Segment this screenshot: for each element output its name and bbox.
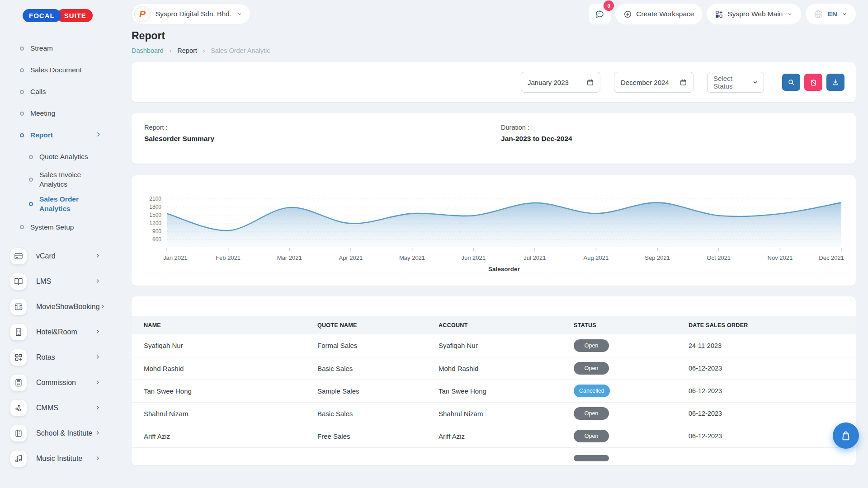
sidebar-item-lms[interactable]: LMS — [0, 269, 118, 294]
credit-card-icon — [10, 248, 27, 264]
report-value: Salesorder Summary — [144, 135, 843, 143]
report-label: Report : — [144, 124, 843, 131]
shopping-bag-icon — [840, 430, 852, 441]
table-row: Syafiqah Nur Formal Sales Syafiqah Nur O… — [132, 334, 856, 357]
chevron-right-icon — [95, 252, 100, 260]
workspace-selector[interactable]: P Syspro Digital Sdn. Bhd. — [132, 4, 250, 24]
svg-text:Dec 2021: Dec 2021 — [819, 254, 844, 261]
sidebar-item-sales-invoice-analytics[interactable]: Sales Invoice Analytics — [0, 168, 118, 192]
chevron-down-icon — [787, 11, 793, 17]
col-date-sales-order: DATE SALES ORDER — [689, 316, 856, 334]
report-summary-card: Report : Salesorder Summary Duration : J… — [132, 113, 856, 164]
duration-summary: Duration : Jan-2023 to Dec-2024 — [501, 124, 572, 143]
ring-icon — [20, 112, 24, 116]
sidebar-nav: Stream Sales Document Calls Meeting Repo… — [0, 38, 118, 238]
ring-icon — [29, 178, 33, 182]
svg-text:May 2021: May 2021 — [399, 254, 425, 261]
duration-label: Duration : — [501, 124, 572, 131]
status-select[interactable]: Select Status — [707, 72, 764, 93]
svg-text:2100: 2100 — [149, 196, 161, 202]
svg-text:Oct 2021: Oct 2021 — [707, 254, 731, 261]
table-header-row: NAME QUOTE NAME ACCOUNT STATUS DATE SALE… — [132, 316, 856, 334]
status-badge: Open — [574, 362, 609, 375]
logo-focal: FOCAL — [23, 9, 61, 22]
table-row: Tan Swee Hong Sample Sales Tan Swee Hong… — [132, 380, 856, 402]
chevron-down-icon — [752, 79, 759, 86]
status-badge: Cancelled — [574, 385, 610, 397]
language-selector[interactable]: EN — [806, 4, 856, 24]
status-badge — [574, 455, 609, 461]
sidebar-item-meeting[interactable]: Meeting — [0, 103, 118, 124]
search-button[interactable] — [782, 74, 800, 91]
main-content: P Syspro Digital Sdn. Bhd. 0 Create Work… — [118, 0, 868, 488]
chevron-down-icon — [236, 11, 243, 17]
cart-fab-button[interactable] — [833, 422, 859, 449]
table-row: Shahrul Nizam Basic Sales Shahrul Nizam … — [132, 402, 856, 425]
app-switcher-button[interactable]: Syspro Web Main — [707, 4, 801, 24]
sidebar-item-stream[interactable]: Stream — [0, 38, 118, 59]
svg-text:1200: 1200 — [149, 220, 161, 226]
logo-suite: SUITE — [57, 9, 93, 22]
sidebar-item-commission[interactable]: Commission — [0, 370, 118, 395]
plus-circle-icon — [623, 10, 632, 19]
sidebar-item-sales-order-analytics[interactable]: Sales Order Analytics — [0, 192, 118, 216]
sidebar-item-music-institute[interactable]: Music Institute — [0, 446, 118, 471]
workspace-name: Syspro Digital Sdn. Bhd. — [156, 10, 231, 18]
circles-icon — [10, 400, 27, 416]
download-icon — [831, 78, 840, 86]
svg-text:1500: 1500 — [149, 212, 161, 218]
calendar-icon — [586, 79, 594, 86]
report-summary: Report : Salesorder Summary — [144, 124, 843, 143]
sidebar-item-vcard[interactable]: vCard — [0, 244, 118, 269]
chat-icon — [594, 9, 605, 19]
chevron-down-icon — [841, 11, 848, 17]
date-to-input[interactable]: December 2024 — [614, 72, 693, 93]
svg-text:Mar 2021: Mar 2021 — [277, 254, 302, 261]
sidebar-item-hotel-room[interactable]: Hotel&Room — [0, 319, 118, 345]
filter-actions — [782, 74, 844, 91]
breadcrumb-separator: › — [170, 47, 171, 54]
ring-icon — [20, 133, 24, 137]
language-label: EN — [827, 10, 837, 18]
breadcrumb-dashboard[interactable]: Dashboard — [132, 47, 164, 54]
sidebar-item-sales-document[interactable]: Sales Document — [0, 59, 118, 81]
col-status: STATUS — [574, 316, 689, 334]
sidebar-item-cmms[interactable]: CMMS — [0, 395, 118, 421]
table-row-partial — [132, 447, 856, 465]
book-icon — [10, 273, 27, 290]
ring-icon — [20, 90, 24, 94]
notebook-icon — [10, 425, 27, 441]
chart-card: 6009001200150018002100Jan 2021Feb 2021Ma… — [132, 175, 856, 286]
focal-suite-logo: FOCAL SUITE — [23, 9, 118, 22]
calculator-icon — [10, 375, 27, 391]
status-badge: Open — [574, 407, 609, 420]
date-from-input[interactable]: January 2023 — [521, 72, 600, 93]
syspro-logo: P — [134, 6, 151, 22]
music-note-icon — [10, 450, 27, 467]
topbar-actions: 0 Create Workspace Syspro Web Main EN — [589, 4, 856, 24]
search-icon — [787, 78, 795, 86]
sidebar-item-rotas[interactable]: Rotas — [0, 345, 118, 370]
chevron-right-icon — [100, 303, 105, 311]
clear-filter-button[interactable] — [804, 74, 822, 91]
sidebar-item-school-institute[interactable]: School & Institute — [0, 421, 118, 446]
chevron-right-icon — [95, 429, 100, 437]
svg-text:Nov 2021: Nov 2021 — [768, 254, 793, 261]
sidebar-item-calls[interactable]: Calls — [0, 81, 118, 103]
breadcrumb-report[interactable]: Report — [177, 47, 197, 54]
chat-button[interactable]: 0 — [589, 4, 611, 24]
download-button[interactable] — [826, 74, 844, 91]
col-account: ACCOUNT — [439, 316, 574, 334]
chevron-right-icon — [95, 404, 100, 412]
sidebar-item-quote-analytics[interactable]: Quote Analytics — [0, 146, 118, 168]
sidebar-item-report[interactable]: Report — [0, 124, 118, 146]
chevron-right-icon — [95, 379, 100, 387]
topbar: P Syspro Digital Sdn. Bhd. 0 Create Work… — [132, 4, 856, 24]
svg-text:Jun 2021: Jun 2021 — [461, 254, 486, 261]
sidebar-item-system-setup[interactable]: System Setup — [0, 216, 118, 238]
create-workspace-button[interactable]: Create Workspace — [615, 4, 702, 24]
sidebar-item-movieshowbooking[interactable]: MovieShowBooking — [0, 294, 118, 319]
chevron-right-icon — [95, 328, 100, 336]
salesorder-area-chart: 6009001200150018002100Jan 2021Feb 2021Ma… — [142, 183, 846, 276]
report-subnav: Quote Analytics Sales Invoice Analytics … — [0, 146, 118, 216]
